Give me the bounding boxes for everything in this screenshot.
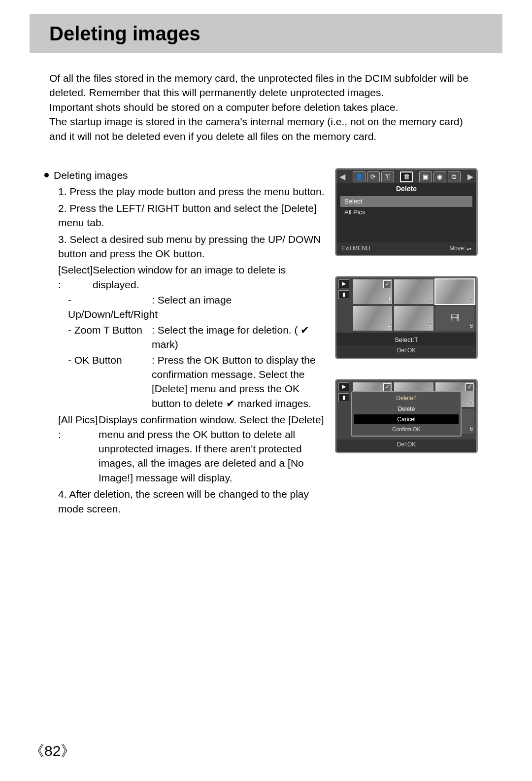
camera-screen-select: ▶ ▮ 1 2 3 4 5 🎞6 Select:T Del:OK: [335, 276, 478, 359]
dialog-opt-cancel[interactable]: Cancel: [354, 414, 459, 425]
thumbnail-6[interactable]: 🎞6: [435, 306, 474, 331]
allpics-text: Displays confirmation window. Select the…: [99, 412, 325, 485]
select-label: [Select] :: [58, 263, 93, 292]
zoom-key: - Zoom T Button: [68, 323, 152, 352]
copy-icon[interactable]: ⧉: [448, 171, 461, 182]
step-3: 3. Select a desired sub menu by pressing…: [58, 232, 325, 485]
updown-val: : Select an image: [152, 293, 325, 322]
select-mid-label: Select:T: [336, 333, 476, 345]
zoom-val: : Select the image for deletion. ( ✔ mar…: [152, 323, 325, 352]
confirm-dialog: Delete? Delete Cancel Confirm:OK: [351, 391, 462, 437]
thumbnail-2[interactable]: 2: [394, 279, 433, 304]
dialog-opt-delete[interactable]: Delete: [354, 404, 459, 414]
page-number: 《82》: [30, 741, 75, 761]
select-text: Selection window for an image to delete …: [93, 263, 325, 292]
bullet-dot: [44, 173, 49, 177]
section-heading: Deleting images: [54, 168, 128, 182]
intro-line-1: Of all the files stored in the memory ca…: [49, 71, 483, 100]
ok-val: : Press the OK Button to display the con…: [152, 353, 325, 411]
battery-icon: ▮: [338, 393, 349, 402]
step-2: 2. Press the LEFT/ RIGHT button and sele…: [58, 201, 325, 230]
move-label: Move:: [449, 244, 471, 253]
portrait-icon[interactable]: 👤: [353, 171, 366, 182]
dialog-title: Delete?: [354, 394, 459, 403]
play-icon: ▶: [338, 382, 349, 391]
confirm-foot-label: Del:OK: [336, 440, 476, 452]
nav-left-icon[interactable]: ◀: [338, 171, 346, 182]
play-icon: ▶: [338, 279, 349, 288]
palette-icon[interactable]: ◉: [433, 171, 446, 182]
title-bar: Deleting images: [30, 14, 502, 53]
page-title: Deleting images: [49, 23, 200, 45]
intro-line-3: The startup image is stored in the camer…: [49, 114, 483, 143]
thumbnail-5[interactable]: 5: [394, 306, 433, 331]
updown-key: - Up/Down/Left/Right: [68, 293, 152, 322]
nav-right-icon[interactable]: ▶: [466, 171, 474, 182]
rotate-icon[interactable]: ⟳: [367, 171, 380, 182]
camera-screen-menu: ◀ 👤 ⟳ ⚿ 🗑 ▣ ◉ ⧉ ▶ Delete S: [335, 168, 478, 256]
step-1: 1. Press the play mode button and press …: [58, 184, 325, 199]
ok-key: - OK Button: [68, 353, 152, 411]
thumbnail-4[interactable]: 4: [353, 306, 392, 331]
intro-line-2: Important shots should be stored on a co…: [49, 100, 483, 114]
menu-title: Delete: [336, 183, 476, 196]
battery-icon: ▮: [338, 290, 349, 299]
exit-label: Exit:MENU: [341, 244, 370, 253]
step-4: 4. After deletion, the screen will be ch…: [58, 487, 325, 516]
menu-item-select[interactable]: Select: [340, 196, 472, 207]
trash-icon[interactable]: 🗑: [400, 171, 413, 182]
menu-item-allpics[interactable]: All Pics: [340, 207, 472, 218]
dialog-confirm-label: Confirm:OK: [354, 426, 459, 433]
film-icon: 🎞: [450, 312, 459, 325]
thumbnail-3[interactable]: 3: [435, 279, 474, 304]
image-icon[interactable]: ▣: [419, 171, 432, 182]
intro-paragraph: Of all the files stored in the memory ca…: [49, 71, 483, 143]
select-foot-label: Del:OK: [336, 345, 476, 358]
key-icon[interactable]: ⚿: [381, 171, 394, 182]
camera-screen-confirm: ▶ ▮ 3 🎞6 Delete? Delete Cancel: [335, 379, 478, 453]
thumbnail-1[interactable]: 1: [353, 279, 392, 304]
allpics-label: [All Pics] :: [58, 412, 99, 485]
